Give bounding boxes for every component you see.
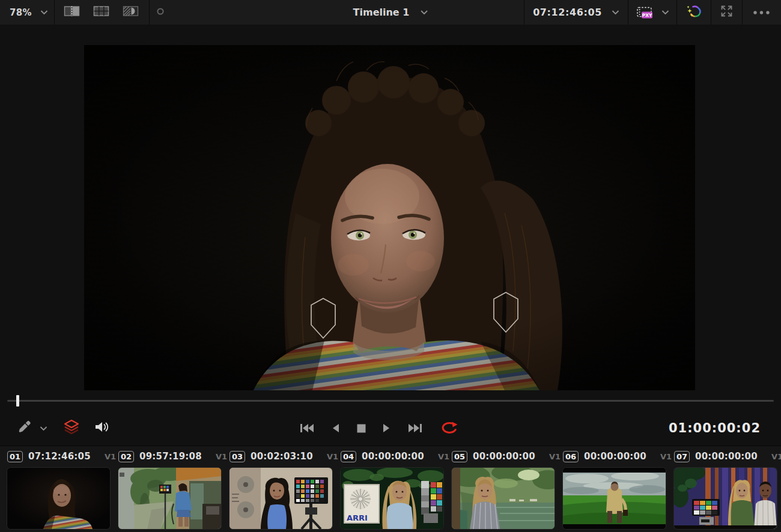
- viewer-zone: [0, 25, 781, 390]
- davinci-resolve-viewer-page: 78%: [0, 0, 781, 532]
- clip-number-badge: 01: [7, 451, 23, 462]
- timeline-selector[interactable]: Timeline 1: [353, 0, 428, 25]
- clip-slot-6[interactable]: 06 00:00:00:00 V1: [563, 449, 674, 531]
- clip-number-badge: 07: [674, 451, 690, 462]
- layers-bypass-button[interactable]: [63, 419, 80, 437]
- playhead-handle[interactable]: [16, 395, 19, 407]
- clip-header: 04 00:00:00:00 V1: [341, 449, 449, 464]
- svg-text:PXY: PXY: [642, 13, 652, 18]
- clip-timecode: 07:12:46:05: [28, 451, 91, 462]
- record-timecode-field[interactable]: 01:00:00:02: [669, 411, 761, 446]
- clip-header: 06 00:00:00:00 V1: [563, 449, 672, 464]
- clip-slot-7[interactable]: 07 00:00:00:00 V1: [674, 449, 781, 531]
- status-dot-icon: [156, 7, 165, 18]
- separator: [54, 0, 55, 25]
- grid-view-icon: [93, 5, 109, 19]
- speaker-icon: [94, 421, 110, 435]
- fullscreen-button[interactable]: [711, 0, 742, 25]
- clip-timecode: 00:00:00:00: [695, 451, 758, 462]
- clip-timecode: 00:00:00:00: [473, 451, 535, 462]
- chevron-down-icon: [420, 10, 428, 15]
- clip-track-label: V1: [549, 452, 561, 461]
- clip-slot-2[interactable]: 02 09:57:19:08 V1: [118, 449, 229, 531]
- clip-slot-1[interactable]: 01 07:12:46:05 V1: [7, 449, 118, 531]
- clip-header: 07 00:00:00:00 V1: [674, 449, 781, 464]
- proxy-media-icon: PXY: [636, 5, 654, 20]
- top-bar-right-controls: 07:12:46:05 PXY: [524, 0, 781, 25]
- wipe-compare-icon: [123, 5, 139, 19]
- clip-thumbnail-2[interactable]: [118, 468, 221, 529]
- grid-view-button[interactable]: [87, 0, 116, 25]
- viewer-top-bar: 78%: [0, 0, 781, 25]
- chevron-down-icon: [661, 10, 669, 15]
- clip-strip: 01 07:12:46:05 V1: [0, 446, 781, 532]
- status-indicator-button[interactable]: [150, 0, 171, 25]
- loop-button[interactable]: [440, 421, 459, 435]
- video-canvas[interactable]: [84, 45, 695, 390]
- go-to-start-button[interactable]: [299, 423, 315, 434]
- clip-thumbnail-3[interactable]: [229, 468, 332, 529]
- clip-timecode: 09:57:19:08: [139, 451, 202, 462]
- clip-track-label: V1: [771, 452, 781, 461]
- clip-thumbnail-4[interactable]: ARRI: [341, 468, 443, 529]
- clip-slot-5[interactable]: 05 00:00:00:00 V1: [452, 449, 563, 531]
- clip-thumbnail-7[interactable]: [674, 468, 777, 529]
- proxy-media-dropdown[interactable]: PXY: [628, 0, 676, 25]
- stop-button[interactable]: [357, 424, 366, 433]
- transport-bar: 01:00:00:02: [0, 411, 781, 446]
- viewer-scrubber[interactable]: [0, 390, 781, 411]
- clip-thumbnail-5[interactable]: [452, 468, 555, 529]
- color-picker-button[interactable]: [17, 420, 31, 437]
- go-to-end-button[interactable]: [407, 423, 423, 434]
- play-button[interactable]: [382, 423, 390, 434]
- chevron-down-icon: [40, 10, 48, 15]
- record-timecode-value: 01:00:00:02: [669, 421, 761, 435]
- clip-track-label: V1: [105, 452, 116, 461]
- chevron-down-icon: [612, 10, 619, 15]
- audio-mute-button[interactable]: [94, 421, 110, 435]
- clip-track-label: V1: [327, 452, 338, 461]
- wipe-compare-button[interactable]: [116, 0, 145, 25]
- svg-text:ARRI: ARRI: [347, 513, 368, 522]
- split-screen-icon: [64, 5, 80, 19]
- clip-number-badge: 04: [341, 451, 356, 462]
- clip-thumbnail-6[interactable]: [563, 468, 666, 529]
- clip-timecode: 00:02:03:10: [251, 451, 313, 462]
- clip-timecode: 00:00:00:00: [584, 451, 646, 462]
- zoom-level-value: 78%: [10, 7, 32, 18]
- clip-number-badge: 05: [452, 451, 467, 462]
- color-boost-button[interactable]: [677, 0, 711, 25]
- clip-number-badge: 06: [563, 451, 579, 462]
- zoom-level-dropdown[interactable]: 78%: [0, 0, 54, 25]
- clip-track-label: V1: [660, 452, 672, 461]
- clip-number-badge: 02: [118, 451, 134, 462]
- overflow-menu-button[interactable]: [743, 0, 781, 25]
- playback-controls: [299, 411, 459, 446]
- viewer-tools: [17, 411, 110, 446]
- clip-timecode: 00:00:00:00: [362, 451, 424, 462]
- clip-header: 05 00:00:00:00 V1: [452, 449, 561, 464]
- clip-header: 02 09:57:19:08 V1: [118, 449, 227, 464]
- picker-options-chevron[interactable]: [40, 426, 47, 431]
- layers-bypass-icon: [63, 419, 80, 437]
- clip-header: 03 00:02:03:10 V1: [229, 449, 338, 464]
- clip-track-label: V1: [438, 452, 449, 461]
- playhead-timecode-field[interactable]: 07:12:46:05: [524, 0, 628, 25]
- color-picker-icon: [17, 420, 31, 437]
- timeline-name: Timeline 1: [353, 7, 410, 18]
- split-screen-button[interactable]: [57, 0, 87, 25]
- overflow-menu-icon: [752, 7, 771, 18]
- clip-slot-4[interactable]: 04 00:00:00:00 V1: [341, 449, 452, 531]
- color-boost-icon: [685, 4, 702, 22]
- step-back-button[interactable]: [332, 423, 340, 434]
- fullscreen-icon: [720, 4, 734, 20]
- clip-track-label: V1: [216, 452, 227, 461]
- clip-number-badge: 03: [229, 451, 245, 462]
- clip-thumbnail-1[interactable]: [7, 468, 110, 529]
- clip-slot-3[interactable]: 03 00:02:03:10 V1: [229, 449, 341, 531]
- scrubber-track[interactable]: [7, 400, 774, 402]
- clip-header: 01 07:12:46:05 V1: [7, 449, 116, 464]
- playhead-timecode-value: 07:12:46:05: [533, 7, 602, 18]
